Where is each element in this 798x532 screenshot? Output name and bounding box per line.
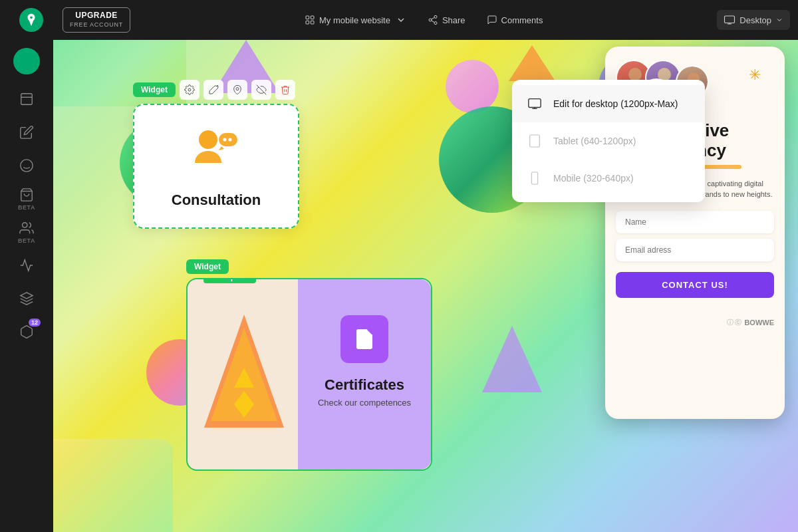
svg-point-6: [434, 22, 437, 25]
svg-marker-13: [509, 45, 555, 81]
svg-marker-11: [21, 293, 33, 299]
svg-point-15: [188, 88, 191, 91]
svg-point-18: [199, 130, 217, 149]
logo-icon[interactable]: [19, 8, 43, 32]
desktop-label: Desktop: [739, 15, 771, 25]
sidebar-item-analytics[interactable]: [9, 250, 44, 281]
certificates-subtitle: Check our competences: [318, 398, 411, 408]
dropdown-tablet-label: Tablet (640-1200px): [553, 136, 636, 146]
mobile-device-icon: [525, 169, 544, 188]
widget2-toolbar: Widget: [186, 259, 432, 274]
consultation-card: Consultation: [133, 104, 299, 229]
sidebar-item-apps[interactable]: 12: [9, 317, 44, 347]
apps-badge: 12: [29, 319, 41, 327]
consultation-title: Consultation: [150, 192, 282, 209]
consultation-icon: [150, 126, 282, 181]
svg-rect-1: [311, 16, 314, 19]
widget1-toolbar: Widget: [133, 80, 299, 100]
logo-area: [8, 8, 55, 32]
nav-center: My mobile website Share Comments: [138, 15, 709, 25]
mobile-name-input[interactable]: [616, 211, 774, 233]
comments-button[interactable]: Comments: [487, 15, 543, 25]
svg-point-10: [23, 222, 27, 227]
widget-certificates: Widget ← 48 px →: [186, 259, 432, 471]
share-label: Share: [442, 15, 466, 25]
widget1-delete-button[interactable]: [275, 80, 295, 100]
desktop-dropdown-menu: Edit for desktop (1200px-Max) Tablet (64…: [512, 80, 705, 202]
widget1-brush-button[interactable]: [203, 80, 223, 100]
sun-icon: ✳: [749, 66, 761, 84]
nav-right: Desktop: [717, 10, 790, 30]
canvas: Widget: [53, 40, 798, 532]
cert-icon-box: [340, 315, 388, 363]
sidebar-item-cart[interactable]: BETA: [9, 184, 44, 214]
dropdown-desktop-item[interactable]: Edit for desktop (1200px-Max): [512, 85, 705, 122]
svg-marker-14: [482, 326, 542, 392]
svg-rect-8: [21, 94, 33, 105]
certificates-card: ← 48 px → Certificate: [186, 278, 432, 471]
svg-rect-7: [725, 16, 735, 23]
sidebar-item-paint[interactable]: [9, 150, 44, 181]
crm-beta-label: BETA: [18, 237, 35, 244]
bowwe-logo: BOWWE: [744, 319, 774, 327]
svg-rect-2: [306, 21, 309, 24]
widget1-hide-button[interactable]: [251, 80, 271, 100]
dropdown-tablet-item[interactable]: Tablet (640-1200px): [512, 122, 705, 160]
svg-rect-35: [529, 99, 541, 108]
certificates-title: Certificates: [325, 376, 404, 394]
mobile-email-input[interactable]: [616, 239, 774, 261]
sidebar-item-crm[interactable]: BETA: [9, 217, 44, 247]
sidebar: BETA BETA 12: [0, 40, 53, 532]
widget-consultation: Widget: [133, 80, 299, 229]
project-name-nav[interactable]: My mobile website: [305, 15, 406, 25]
svg-rect-0: [306, 16, 309, 19]
cert-purple-block: Certificates Check our competences: [298, 279, 431, 469]
svg-rect-38: [531, 172, 537, 184]
desktop-button[interactable]: Desktop: [717, 10, 790, 30]
dropdown-mobile-label: Mobile (320-640px): [553, 173, 634, 184]
upgrade-button[interactable]: UPGRADE FREE ACCOUNT: [63, 7, 130, 32]
svg-point-21: [229, 138, 232, 142]
svg-point-20: [223, 138, 227, 142]
cert-left-art: [188, 279, 301, 469]
add-element-button[interactable]: [13, 48, 40, 74]
sidebar-item-layers[interactable]: [9, 283, 44, 314]
cart-beta-label: BETA: [18, 204, 35, 211]
svg-rect-19: [219, 133, 237, 146]
comments-label: Comments: [501, 15, 543, 25]
sidebar-item-edit[interactable]: [9, 117, 44, 148]
svg-rect-36: [530, 135, 540, 147]
share-button[interactable]: Share: [428, 15, 466, 25]
widget1-settings-button[interactable]: [180, 80, 200, 100]
tablet-device-icon: [525, 132, 544, 150]
svg-point-5: [429, 19, 432, 21]
desktop-device-icon: [525, 94, 544, 113]
mobile-footer: ⓘ ⓒ BOWWE: [605, 311, 785, 334]
widget1-pin-button[interactable]: [227, 80, 247, 100]
widget2-label[interactable]: Widget: [186, 259, 229, 274]
svg-point-16: [236, 88, 239, 90]
svg-rect-3: [311, 21, 314, 24]
topbar: UPGRADE FREE ACCOUNT My mobile website S…: [0, 0, 798, 40]
widget1-label[interactable]: Widget: [133, 82, 176, 97]
sidebar-item-pages[interactable]: [9, 84, 44, 114]
svg-point-26: [364, 340, 366, 342]
dropdown-desktop-label: Edit for desktop (1200px-Max): [553, 98, 678, 109]
svg-point-27: [628, 68, 642, 81]
dropdown-mobile-item[interactable]: Mobile (320-640px): [512, 160, 705, 197]
mobile-cta-button[interactable]: CONTACT US!: [616, 272, 774, 298]
svg-point-4: [434, 15, 437, 18]
project-name-label: My mobile website: [319, 15, 390, 25]
